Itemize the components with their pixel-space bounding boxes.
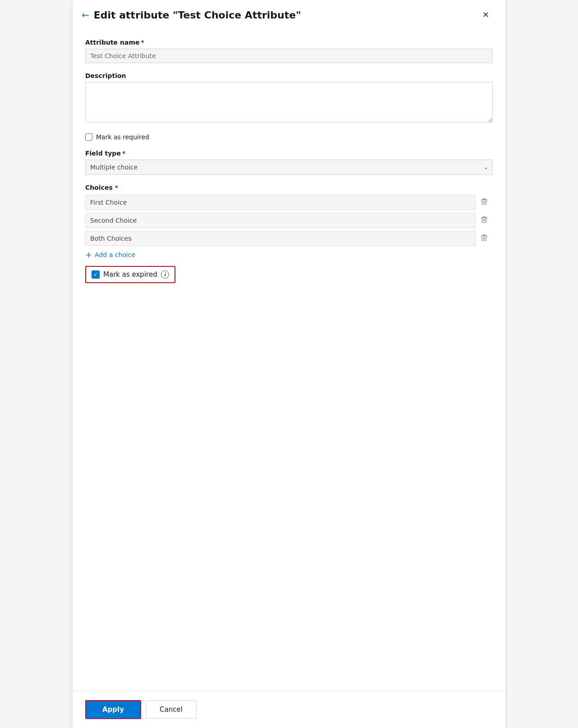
apply-button[interactable]: Apply bbox=[85, 700, 141, 719]
panel-title: Edit attribute "Test Choice Attribute" bbox=[94, 9, 301, 21]
field-type-select[interactable]: Multiple choice Text Date Number bbox=[85, 160, 493, 175]
choices-group: Choices* bbox=[85, 184, 493, 283]
delete-choice-1-button[interactable] bbox=[476, 195, 493, 210]
choice-input-2[interactable] bbox=[85, 213, 476, 228]
choices-required-star: * bbox=[115, 184, 118, 191]
description-label: Description bbox=[85, 72, 493, 79]
cancel-button[interactable]: Cancel bbox=[146, 701, 197, 719]
svg-rect-11 bbox=[483, 234, 486, 235]
delete-choice-3-button[interactable] bbox=[476, 231, 493, 246]
svg-rect-1 bbox=[483, 198, 486, 199]
add-choice-row[interactable]: + Add a choice bbox=[85, 251, 135, 259]
delete-choice-2-button[interactable] bbox=[476, 213, 493, 228]
field-type-group: Field type* Multiple choice Text Date Nu… bbox=[85, 150, 493, 175]
info-icon[interactable]: i bbox=[161, 270, 169, 279]
mark-expired-wrapper: ✓ Mark as expired i bbox=[85, 266, 175, 283]
choice-item bbox=[85, 231, 493, 246]
choice-input-3[interactable] bbox=[85, 231, 476, 246]
attribute-name-group: Attribute name* bbox=[85, 39, 493, 63]
attribute-name-label: Attribute name* bbox=[85, 39, 493, 46]
back-arrow-icon[interactable]: ← bbox=[82, 9, 89, 20]
description-group: Description bbox=[85, 72, 493, 124]
svg-rect-6 bbox=[483, 216, 486, 217]
mark-expired-checkbox[interactable]: ✓ bbox=[92, 270, 100, 279]
field-type-select-wrapper: Multiple choice Text Date Number ⌄ bbox=[85, 160, 493, 175]
panel-footer: Apply Cancel bbox=[73, 691, 505, 728]
choice-input-1[interactable] bbox=[85, 195, 476, 210]
mark-expired-label: Mark as expired bbox=[103, 270, 157, 279]
title-group: ← Edit attribute "Test Choice Attribute" bbox=[82, 9, 301, 21]
trash-icon bbox=[480, 197, 488, 206]
panel-header: ← Edit attribute "Test Choice Attribute"… bbox=[73, 0, 505, 28]
add-icon: + bbox=[85, 251, 92, 259]
panel-body: Attribute name* Description Mark as requ… bbox=[73, 28, 505, 691]
mark-required-label[interactable]: Mark as required bbox=[96, 133, 149, 141]
mark-required-checkbox[interactable] bbox=[85, 133, 92, 141]
trash-icon bbox=[480, 234, 488, 242]
add-choice-label: Add a choice bbox=[95, 251, 135, 258]
mark-required-row: Mark as required bbox=[85, 133, 493, 141]
close-button[interactable]: ✕ bbox=[479, 9, 493, 21]
choice-item bbox=[85, 195, 493, 210]
field-type-label: Field type* bbox=[85, 150, 493, 157]
attribute-name-input[interactable] bbox=[85, 49, 493, 63]
edit-attribute-panel: ← Edit attribute "Test Choice Attribute"… bbox=[73, 0, 505, 728]
description-textarea[interactable] bbox=[85, 82, 493, 123]
trash-icon bbox=[480, 215, 488, 224]
choices-label: Choices* bbox=[85, 184, 493, 191]
field-type-required-star: * bbox=[122, 150, 125, 157]
required-star: * bbox=[141, 39, 144, 46]
checkmark-icon: ✓ bbox=[93, 271, 98, 278]
choice-item bbox=[85, 213, 493, 228]
